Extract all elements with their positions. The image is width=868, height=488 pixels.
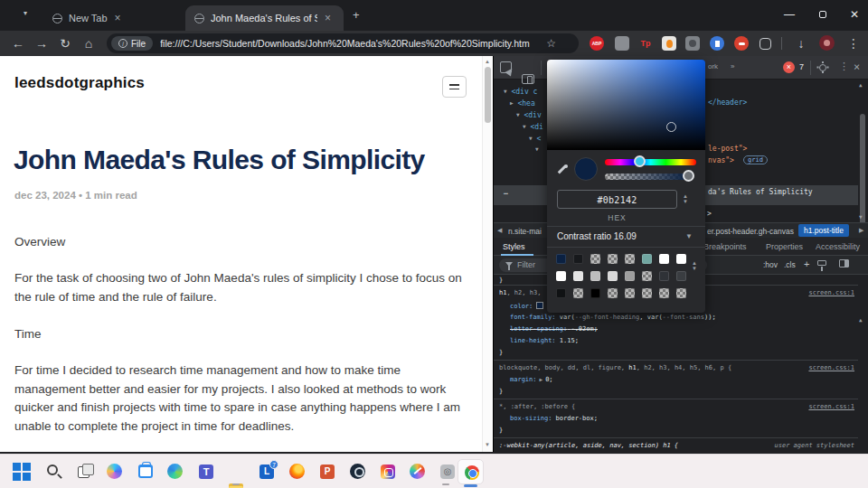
bookmark-star-icon[interactable]: ☆ [546, 37, 556, 50]
palette-swatch[interactable] [590, 271, 600, 281]
css-declaration[interactable]: box-sizing: border-box; [510, 415, 598, 422]
tab-close-icon[interactable]: × [114, 13, 122, 23]
start-button-icon[interactable] [13, 463, 31, 481]
copilot-icon[interactable] [106, 463, 124, 481]
hamburger-menu-button[interactable] [442, 76, 467, 98]
palette-swatch[interactable] [625, 254, 635, 264]
edge-icon[interactable] [166, 463, 184, 481]
tab-styles[interactable]: Styles [503, 242, 525, 251]
breadcrumb-left-icon[interactable]: ◀ [497, 227, 502, 234]
chevron-down-icon[interactable]: ▼ [685, 232, 693, 240]
palette-swatch[interactable] [608, 254, 618, 264]
palette-swatch[interactable] [573, 288, 583, 298]
error-badge-icon[interactable]: × [783, 61, 795, 73]
eyedropper-icon[interactable] [556, 164, 568, 176]
tab-dom-breakpoints-fragment[interactable]: Breakpoints [703, 242, 747, 251]
back-icon[interactable]: ← [7, 31, 29, 56]
l-app-icon[interactable]: L7 [258, 463, 276, 481]
settings-gear-icon[interactable] [819, 64, 826, 71]
devtools-close-icon[interactable]: × [854, 61, 860, 73]
scroll-up-icon[interactable]: ▲ [485, 59, 490, 64]
hue-slider[interactable] [605, 159, 696, 165]
palette-swatch[interactable] [676, 254, 686, 264]
tab-accessibility[interactable]: Accessibility [816, 242, 860, 251]
steam-icon[interactable] [349, 463, 367, 481]
search-icon[interactable] [45, 463, 63, 481]
opacity-slider-handle[interactable] [683, 170, 694, 182]
palette-swatch[interactable] [556, 254, 566, 264]
devtools-menu-kebab-icon[interactable]: ⋮ [839, 61, 849, 72]
firefox-icon[interactable] [288, 463, 307, 481]
palette-swatch[interactable] [590, 254, 600, 264]
tab-search-chevron-icon[interactable]: ▾ [24, 9, 27, 17]
extensions-puzzle-icon[interactable] [760, 38, 771, 50]
palette-spinner-icon[interactable]: ▲▼ [692, 260, 697, 271]
tab-new-tab[interactable]: New Tab × [43, 5, 131, 31]
gray-extension-icon[interactable] [615, 36, 629, 51]
task-view-icon[interactable] [76, 463, 94, 481]
powerpoint-icon[interactable]: P [318, 463, 336, 481]
palette-swatch[interactable] [625, 288, 635, 298]
tp-extension-icon[interactable]: Tp [638, 36, 653, 51]
breadcrumb-right-icon[interactable]: ▶ [859, 227, 863, 234]
css-selector[interactable]: :-webkit-any(article, aside, nav, sectio… [499, 442, 678, 449]
window-close-button[interactable]: ✕ [841, 4, 868, 25]
site-title[interactable]: leedsdotgraphics [14, 74, 145, 92]
address-bar[interactable]: i File file:///C:/Users/Student/Download… [107, 33, 579, 53]
palette-swatch[interactable] [608, 271, 618, 281]
teams-icon[interactable]: T [197, 463, 215, 481]
scrollbar-thumb[interactable] [485, 67, 491, 123]
css-declaration[interactable]: color: [510, 302, 543, 310]
stylesheet-link[interactable]: screen.css:1 [808, 403, 854, 410]
tab-close-icon[interactable]: × [324, 13, 332, 23]
hex-value-input[interactable]: #0b2142 [557, 190, 677, 209]
breadcrumb-selected[interactable]: h1.post-title [798, 224, 849, 237]
css-selector[interactable]: h1, h2, h3, [499, 289, 541, 296]
css-selector[interactable]: blockquote, body, dd, dl, figure, h1, h2… [499, 364, 731, 371]
scroll-down-icon[interactable]: ▼ [859, 213, 863, 220]
stylesheet-link[interactable]: screen.css:1 [808, 364, 854, 371]
screenshot-extension-icon[interactable] [685, 36, 700, 51]
palette-swatch[interactable] [676, 288, 686, 298]
breadcrumb-item[interactable]: n.site-mai [508, 227, 542, 236]
color-selector-ring[interactable] [666, 122, 676, 132]
opacity-slider[interactable] [605, 174, 688, 180]
url-text[interactable]: file:///C:/Users/Student/Downloads/John%… [160, 38, 544, 49]
color-swatch[interactable] [536, 302, 543, 309]
new-style-rule-button[interactable]: + [804, 258, 809, 269]
expand-shorthand-icon[interactable]: ▶ [540, 376, 543, 382]
picker-palette[interactable] [556, 254, 688, 298]
more-tabs-icon[interactable]: » [731, 62, 734, 70]
orange-extension-icon[interactable] [662, 36, 676, 51]
red-extension-icon[interactable] [734, 36, 749, 51]
contrast-ratio-row[interactable]: Contrast ratio 16.09 [557, 231, 637, 241]
stylesheet-link[interactable]: screen.css:1 [808, 289, 854, 296]
css-selector[interactable]: *, :after, :before { [499, 403, 575, 410]
downloads-icon[interactable]: ↓ [790, 31, 812, 56]
palette-swatch[interactable] [556, 271, 566, 281]
page-scrollbar[interactable]: ▲ ▼ [482, 56, 493, 452]
abp-extension-icon[interactable]: ABP [590, 36, 604, 51]
new-tab-button[interactable]: + [353, 8, 360, 22]
microsoft-store-icon[interactable] [137, 463, 155, 481]
palette-swatch[interactable] [608, 288, 618, 298]
palette-swatch[interactable] [642, 288, 652, 298]
grid-badge[interactable]: grid [743, 155, 768, 164]
palette-swatch[interactable] [659, 254, 669, 264]
element-classes-button[interactable]: .cls [784, 260, 796, 269]
palette-swatch[interactable] [573, 271, 583, 281]
css-declaration[interactable]: margin:▶0; [510, 376, 553, 383]
toggle-element-state-button[interactable]: :hov [763, 260, 778, 269]
inspect-element-icon[interactable] [500, 61, 512, 73]
saturation-lightness-area[interactable] [547, 60, 705, 150]
forward-icon[interactable]: → [31, 31, 52, 56]
tab-properties[interactable]: Properties [766, 242, 803, 251]
palette-swatch[interactable] [659, 271, 669, 281]
tab-active[interactable]: John Maeda's Rules of Simplicit × [185, 5, 344, 31]
palette-swatch[interactable] [625, 271, 635, 281]
browser-menu-kebab-icon[interactable]: ⋮ [843, 31, 864, 56]
breadcrumb-item[interactable]: er.post-header.gh-canvas [707, 227, 794, 236]
format-spinner-icon[interactable]: ▲▼ [683, 193, 688, 204]
design-app-icon[interactable]: ◎ [439, 463, 457, 481]
chrome-taskbar-button[interactable] [458, 459, 484, 484]
